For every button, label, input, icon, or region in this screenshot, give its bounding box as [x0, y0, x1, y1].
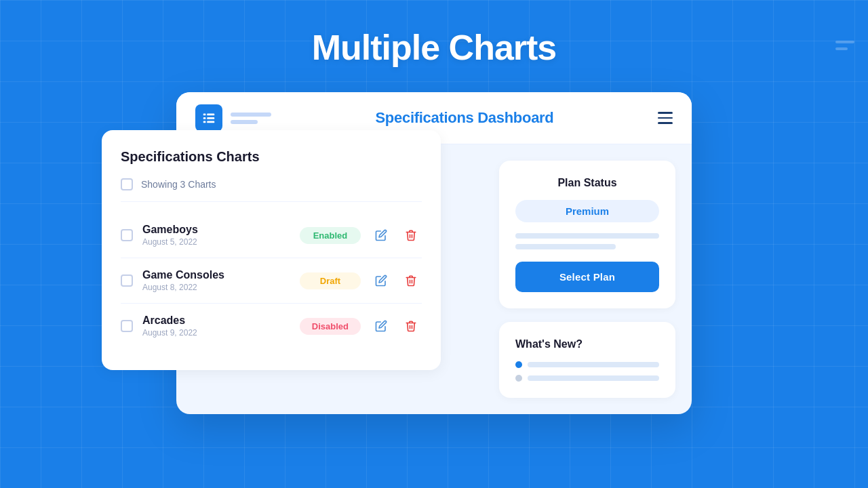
plan-line-2	[515, 244, 616, 249]
chart-row: Game Consoles August 8, 2022 Draft	[121, 258, 422, 304]
decorative-lines	[835, 41, 854, 50]
game-consoles-delete-icon[interactable]	[400, 270, 422, 291]
dashboard-title: Specifications Dashboard	[376, 109, 554, 127]
svg-rect-2	[203, 117, 206, 119]
arcades-checkbox[interactable]	[121, 320, 133, 332]
arcades-actions	[370, 315, 422, 337]
gameboys-actions	[370, 224, 422, 246]
new-line-row-1	[515, 361, 659, 368]
showing-row: Showing 3 Charts	[121, 178, 422, 202]
gameboys-checkbox[interactable]	[121, 229, 133, 241]
hamburger-menu-icon[interactable]	[658, 112, 673, 124]
new-line-bar-2	[528, 375, 659, 381]
gameboys-date: August 5, 2022	[142, 237, 290, 247]
whats-new-title: What's New?	[515, 338, 659, 350]
arcades-status-badge: Disabled	[300, 318, 361, 335]
new-line-row-2	[515, 375, 659, 382]
right-panel: Plan Status Premium Select Plan What's N…	[499, 161, 675, 398]
arcades-date: August 9, 2022	[142, 328, 290, 338]
new-lines	[515, 361, 659, 382]
new-line-bar-1	[528, 362, 659, 367]
svg-rect-4	[203, 121, 206, 123]
arcades-delete-icon[interactable]	[400, 315, 422, 337]
arcades-info: Arcades August 9, 2022	[142, 314, 290, 338]
game-consoles-name: Game Consoles	[142, 269, 290, 281]
new-dot-1	[515, 361, 522, 368]
specs-charts-title: Specifications Charts	[121, 149, 422, 165]
svg-rect-0	[203, 114, 206, 116]
gameboys-edit-icon[interactable]	[370, 224, 392, 246]
gameboys-status-badge: Enabled	[300, 227, 361, 244]
svg-rect-1	[207, 114, 214, 116]
chart-row: Gameboys August 5, 2022 Enabled	[121, 213, 422, 258]
plan-status-title: Plan Status	[515, 177, 659, 189]
game-consoles-date: August 8, 2022	[142, 283, 290, 292]
game-consoles-info: Game Consoles August 8, 2022	[142, 269, 290, 292]
gameboys-delete-icon[interactable]	[400, 224, 422, 246]
plan-lines	[515, 233, 659, 249]
header-left	[195, 104, 271, 131]
showing-label: Showing 3 Charts	[141, 179, 216, 190]
gameboys-name: Gameboys	[142, 224, 290, 236]
arcades-name: Arcades	[142, 314, 290, 327]
game-consoles-checkbox[interactable]	[121, 274, 133, 287]
specs-charts-card: Specifications Charts Showing 3 Charts G…	[102, 130, 441, 370]
gameboys-info: Gameboys August 5, 2022	[142, 224, 290, 247]
plan-status-card: Plan Status Premium Select Plan	[499, 161, 675, 308]
new-dot-2	[515, 375, 522, 382]
header-lines	[231, 113, 271, 124]
dashboard-body: Specifications Charts Showing 3 Charts G…	[176, 144, 692, 414]
premium-badge: Premium	[515, 200, 659, 222]
svg-rect-5	[207, 121, 214, 123]
svg-rect-3	[207, 117, 214, 119]
list-icon	[201, 110, 216, 125]
game-consoles-status-badge: Draft	[300, 272, 361, 289]
plan-line-1	[515, 233, 659, 239]
list-icon-box	[195, 104, 222, 131]
game-consoles-edit-icon[interactable]	[370, 270, 392, 291]
whats-new-card: What's New?	[499, 322, 675, 398]
header-line-top	[231, 113, 271, 117]
showing-checkbox[interactable]	[121, 178, 133, 190]
chart-row: Arcades August 9, 2022 Disabled	[121, 304, 422, 348]
header-line-bottom	[231, 120, 258, 124]
select-plan-button[interactable]: Select Plan	[515, 262, 659, 292]
game-consoles-actions	[370, 270, 422, 291]
dashboard-card: Specifications Dashboard Specifications …	[176, 92, 692, 414]
page-title: Multiple Charts	[312, 27, 557, 68]
arcades-edit-icon[interactable]	[370, 315, 392, 337]
